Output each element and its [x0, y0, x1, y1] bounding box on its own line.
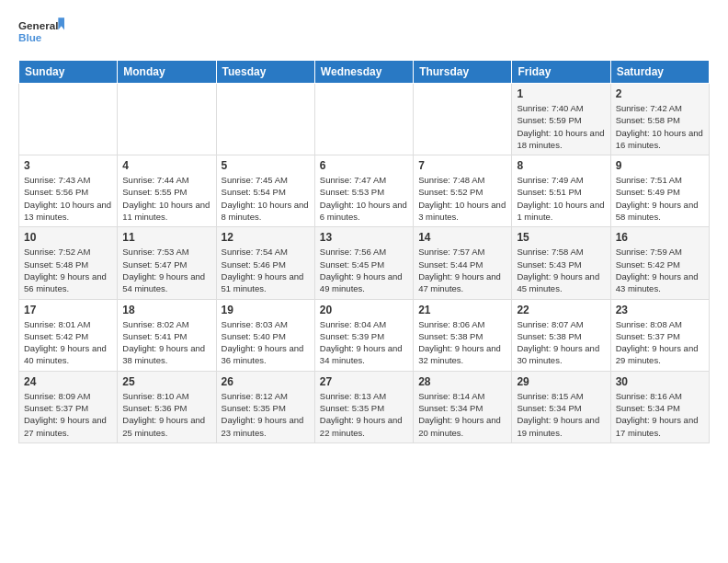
calendar-cell: 12Sunrise: 7:54 AM Sunset: 5:46 PM Dayli…	[216, 227, 314, 299]
calendar-cell	[216, 84, 314, 155]
day-number: 29	[517, 375, 605, 388]
day-number: 4	[122, 159, 210, 172]
calendar-cell: 22Sunrise: 8:07 AM Sunset: 5:38 PM Dayli…	[512, 299, 610, 371]
calendar-cell: 5Sunrise: 7:45 AM Sunset: 5:54 PM Daylig…	[216, 155, 314, 227]
day-number: 1	[517, 87, 605, 100]
calendar-cell: 13Sunrise: 7:56 AM Sunset: 5:45 PM Dayli…	[314, 227, 413, 299]
calendar-cell: 16Sunrise: 7:59 AM Sunset: 5:42 PM Dayli…	[610, 227, 709, 299]
day-number: 21	[418, 304, 506, 316]
day-info: Sunrise: 7:44 AM Sunset: 5:55 PM Dayligh…	[122, 174, 210, 223]
day-number: 11	[122, 231, 210, 244]
day-number: 10	[24, 231, 112, 244]
calendar-cell: 1Sunrise: 7:40 AM Sunset: 5:59 PM Daylig…	[512, 84, 610, 155]
day-info: Sunrise: 8:02 AM Sunset: 5:41 PM Dayligh…	[122, 318, 210, 367]
calendar-cell: 28Sunrise: 8:14 AM Sunset: 5:34 PM Dayli…	[414, 371, 512, 442]
calendar-cell: 2Sunrise: 7:42 AM Sunset: 5:58 PM Daylig…	[610, 84, 709, 155]
day-header-wednesday: Wednesday	[314, 61, 413, 84]
day-number: 6	[320, 159, 408, 172]
day-info: Sunrise: 8:03 AM Sunset: 5:40 PM Dayligh…	[222, 318, 310, 367]
calendar-cell	[19, 84, 118, 155]
day-number: 9	[616, 159, 704, 172]
day-number: 27	[320, 375, 408, 388]
day-info: Sunrise: 8:15 AM Sunset: 5:34 PM Dayligh…	[517, 390, 605, 439]
day-number: 15	[517, 231, 605, 244]
day-header-tuesday: Tuesday	[216, 61, 314, 84]
header-row: SundayMondayTuesdayWednesdayThursdayFrid…	[19, 61, 710, 84]
day-number: 5	[222, 159, 310, 172]
calendar-cell: 24Sunrise: 8:09 AM Sunset: 5:37 PM Dayli…	[19, 371, 118, 442]
day-info: Sunrise: 7:54 AM Sunset: 5:46 PM Dayligh…	[222, 246, 310, 294]
day-number: 28	[418, 375, 506, 388]
week-row-4: 17Sunrise: 8:01 AM Sunset: 5:42 PM Dayli…	[19, 299, 710, 371]
day-info: Sunrise: 7:57 AM Sunset: 5:44 PM Dayligh…	[418, 246, 506, 294]
day-info: Sunrise: 8:14 AM Sunset: 5:34 PM Dayligh…	[418, 390, 506, 439]
day-info: Sunrise: 7:45 AM Sunset: 5:54 PM Dayligh…	[222, 174, 310, 223]
calendar-cell: 30Sunrise: 8:16 AM Sunset: 5:34 PM Dayli…	[610, 371, 709, 442]
day-info: Sunrise: 7:59 AM Sunset: 5:42 PM Dayligh…	[616, 246, 704, 294]
day-number: 13	[320, 231, 408, 244]
day-number: 19	[222, 304, 310, 316]
calendar-cell: 7Sunrise: 7:48 AM Sunset: 5:52 PM Daylig…	[414, 155, 512, 227]
week-row-5: 24Sunrise: 8:09 AM Sunset: 5:37 PM Dayli…	[19, 371, 710, 442]
day-info: Sunrise: 7:52 AM Sunset: 5:48 PM Dayligh…	[24, 246, 112, 294]
calendar-cell: 6Sunrise: 7:47 AM Sunset: 5:53 PM Daylig…	[314, 155, 413, 227]
day-info: Sunrise: 7:43 AM Sunset: 5:56 PM Dayligh…	[24, 174, 112, 223]
day-info: Sunrise: 7:47 AM Sunset: 5:53 PM Dayligh…	[320, 174, 408, 223]
calendar-cell: 25Sunrise: 8:10 AM Sunset: 5:36 PM Dayli…	[118, 371, 216, 442]
day-info: Sunrise: 7:56 AM Sunset: 5:45 PM Dayligh…	[320, 246, 408, 294]
svg-text:Blue: Blue	[18, 31, 42, 43]
day-info: Sunrise: 7:53 AM Sunset: 5:47 PM Dayligh…	[122, 246, 210, 294]
day-number: 30	[616, 375, 704, 388]
logo: General Blue	[18, 14, 64, 51]
calendar-cell: 21Sunrise: 8:06 AM Sunset: 5:38 PM Dayli…	[414, 299, 512, 371]
day-info: Sunrise: 8:08 AM Sunset: 5:37 PM Dayligh…	[616, 318, 704, 367]
calendar-cell: 19Sunrise: 8:03 AM Sunset: 5:40 PM Dayli…	[216, 299, 314, 371]
day-info: Sunrise: 8:01 AM Sunset: 5:42 PM Dayligh…	[24, 318, 112, 367]
day-number: 14	[418, 231, 506, 244]
page: General Blue SundayMondayTuesdayWednesda…	[0, 0, 728, 453]
calendar-cell: 11Sunrise: 7:53 AM Sunset: 5:47 PM Dayli…	[118, 227, 216, 299]
day-number: 3	[24, 159, 112, 172]
day-info: Sunrise: 8:12 AM Sunset: 5:35 PM Dayligh…	[222, 390, 310, 439]
day-info: Sunrise: 7:49 AM Sunset: 5:51 PM Dayligh…	[517, 174, 605, 223]
calendar-cell: 14Sunrise: 7:57 AM Sunset: 5:44 PM Dayli…	[414, 227, 512, 299]
day-number: 7	[418, 159, 506, 172]
day-number: 23	[616, 304, 704, 316]
day-number: 25	[122, 375, 210, 388]
day-header-thursday: Thursday	[414, 61, 512, 84]
day-header-monday: Monday	[118, 61, 216, 84]
calendar-cell	[118, 84, 216, 155]
day-header-saturday: Saturday	[610, 61, 709, 84]
day-number: 2	[616, 87, 704, 100]
day-number: 26	[222, 375, 310, 388]
day-info: Sunrise: 7:51 AM Sunset: 5:49 PM Dayligh…	[616, 174, 704, 223]
day-number: 20	[320, 304, 408, 316]
day-info: Sunrise: 7:48 AM Sunset: 5:52 PM Dayligh…	[418, 174, 506, 223]
day-info: Sunrise: 8:07 AM Sunset: 5:38 PM Dayligh…	[517, 318, 605, 367]
calendar-cell: 3Sunrise: 7:43 AM Sunset: 5:56 PM Daylig…	[19, 155, 118, 227]
day-number: 24	[24, 375, 112, 388]
day-number: 18	[122, 304, 210, 316]
day-number: 16	[616, 231, 704, 244]
day-header-sunday: Sunday	[19, 61, 118, 84]
calendar-cell: 10Sunrise: 7:52 AM Sunset: 5:48 PM Dayli…	[19, 227, 118, 299]
day-header-friday: Friday	[512, 61, 610, 84]
calendar-table: SundayMondayTuesdayWednesdayThursdayFrid…	[18, 60, 710, 443]
day-info: Sunrise: 7:40 AM Sunset: 5:59 PM Dayligh…	[517, 102, 605, 151]
day-info: Sunrise: 8:06 AM Sunset: 5:38 PM Dayligh…	[418, 318, 506, 367]
day-info: Sunrise: 8:04 AM Sunset: 5:39 PM Dayligh…	[320, 318, 408, 367]
calendar-cell: 29Sunrise: 8:15 AM Sunset: 5:34 PM Dayli…	[512, 371, 610, 442]
day-info: Sunrise: 8:16 AM Sunset: 5:34 PM Dayligh…	[616, 390, 704, 439]
day-info: Sunrise: 7:42 AM Sunset: 5:58 PM Dayligh…	[616, 102, 704, 151]
day-info: Sunrise: 8:13 AM Sunset: 5:35 PM Dayligh…	[320, 390, 408, 439]
header: General Blue	[18, 14, 710, 51]
calendar-cell: 8Sunrise: 7:49 AM Sunset: 5:51 PM Daylig…	[512, 155, 610, 227]
day-number: 17	[24, 304, 112, 316]
day-number: 8	[517, 159, 605, 172]
calendar-cell: 17Sunrise: 8:01 AM Sunset: 5:42 PM Dayli…	[19, 299, 118, 371]
calendar-cell	[414, 84, 512, 155]
day-info: Sunrise: 8:09 AM Sunset: 5:37 PM Dayligh…	[24, 390, 112, 439]
svg-text:General: General	[18, 19, 58, 31]
calendar-cell: 15Sunrise: 7:58 AM Sunset: 5:43 PM Dayli…	[512, 227, 610, 299]
day-info: Sunrise: 7:58 AM Sunset: 5:43 PM Dayligh…	[517, 246, 605, 294]
